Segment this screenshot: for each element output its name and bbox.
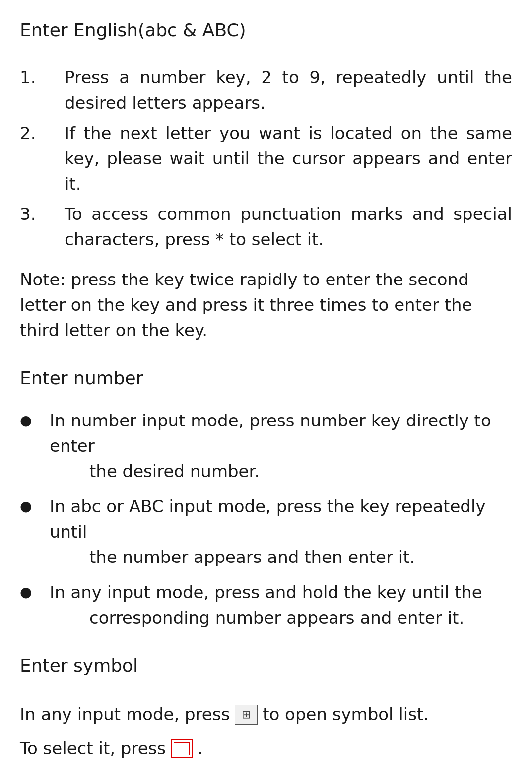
list-number-1: 1. bbox=[20, 65, 65, 116]
list-item: 3. To access common punctuation marks an… bbox=[20, 202, 512, 252]
bullet-dot-3: ● bbox=[20, 580, 50, 631]
list-number-2: 2. bbox=[20, 121, 65, 197]
bullet-item-2: ● In abc or ABC input mode, press the ke… bbox=[20, 494, 512, 570]
symbol-red-icon bbox=[171, 739, 193, 758]
bullet-dot-2: ● bbox=[20, 494, 50, 570]
list-content-1: Press a number key, 2 to 9, repeatedly u… bbox=[65, 65, 512, 116]
bullet-content-3-line2: corresponding number appears and enter i… bbox=[50, 605, 512, 631]
list-item: 2. If the next letter you want is locate… bbox=[20, 121, 512, 197]
list-number-3: 3. bbox=[20, 202, 65, 252]
symbol-line2-prefix: To select it, press bbox=[20, 734, 166, 763]
page-title: Enter English(abc & ABC) bbox=[20, 20, 512, 40]
note-section: Note: press the key twice rapidly to ent… bbox=[20, 267, 512, 343]
bullet-content-3: In any input mode, press and hold the ke… bbox=[50, 580, 512, 631]
symbol-line2-suffix: . bbox=[198, 734, 203, 763]
symbol-line-1: In any input mode, press to open symbol … bbox=[20, 701, 512, 729]
list-content-3: To access common punctuation marks and s… bbox=[65, 202, 512, 252]
bullet-content-1-line2: the desired number. bbox=[50, 459, 512, 484]
symbol-line1-suffix: to open symbol list. bbox=[263, 701, 429, 729]
bullet-dot-1: ● bbox=[20, 408, 50, 484]
bullet-content-1: In number input mode, press number key d… bbox=[50, 408, 512, 484]
bullet-item-1: ● In number input mode, press number key… bbox=[20, 408, 512, 484]
enter-symbol-heading: Enter symbol bbox=[20, 650, 512, 681]
list-content-2: If the next letter you want is located o… bbox=[65, 121, 512, 197]
list-item: 1. Press a number key, 2 to 9, repeatedl… bbox=[20, 65, 512, 116]
bullet-content-2: In abc or ABC input mode, press the key … bbox=[50, 494, 512, 570]
bullet-content-2-line2: the number appears and then enter it. bbox=[50, 545, 512, 570]
enter-number-heading: Enter number bbox=[20, 368, 512, 388]
enter-symbol-section: Enter symbol In any input mode, press to… bbox=[20, 650, 512, 763]
bullet-list-number: ● In number input mode, press number key… bbox=[20, 408, 512, 631]
symbol-grid-icon bbox=[235, 705, 258, 725]
numbered-instructions: 1. Press a number key, 2 to 9, repeatedl… bbox=[20, 65, 512, 252]
bullet-item-3: ● In any input mode, press and hold the … bbox=[20, 580, 512, 631]
symbol-line-2: To select it, press . bbox=[20, 734, 512, 763]
symbol-line1-prefix: In any input mode, press bbox=[20, 701, 230, 729]
